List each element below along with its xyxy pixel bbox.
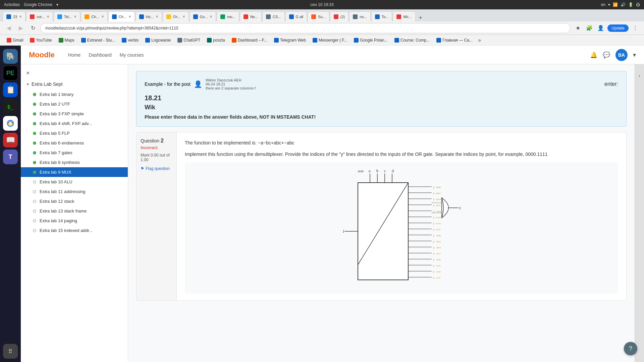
tab-close-1[interactable]: ✕ [19,15,22,18]
svg-point-2 [9,122,12,125]
dock-icon-apps[interactable]: ⠿ [3,344,18,359]
tab-15[interactable]: To... [371,11,392,21]
sidebar-item-extra-lab-8[interactable]: Extra lab 8 synthesis [21,158,128,167]
tab-active[interactable]: Ch... ✕ [108,11,135,21]
notification-bell-button[interactable]: 🔔 [590,51,597,59]
dock-icon-reader[interactable]: 📖 [3,133,18,147]
bookmark-label-verbis: verbis [128,38,139,43]
sidebar-item-extra-lab-7[interactable]: Extra lab 7 gates [21,148,128,158]
tab-10[interactable]: CS... [262,11,284,21]
bookmark-messenger[interactable]: Messenger | F... [310,37,350,44]
sidebar-item-extra-lab-2[interactable]: Extra lab 2 UTF [21,99,128,109]
bookmark-youtube[interactable]: YouTube [27,37,54,44]
tab-11[interactable]: G all [285,11,307,21]
sidebar-item-extra-lab-6[interactable]: Extra lab 6 endianness [21,138,128,148]
messages-button[interactable]: 💬 [603,51,610,59]
bookmark-glavnaya[interactable]: Главная — Са... [434,37,475,44]
bookmark-button[interactable]: ★ [573,23,583,33]
tab-1[interactable]: 23 ✕ [3,11,25,21]
tab-7[interactable]: Go... ✕ [190,11,216,21]
sidebar-item-extra-lab-3[interactable]: Extra lab 3 FXP simple [21,109,128,119]
question-2-container: Question 2 Incorrect Mark 0.00 out of 1.… [137,132,626,300]
tab-favicon-16 [396,14,401,19]
bookmark-poszta[interactable]: poszta [204,37,227,44]
dock-icon-terminal[interactable]: $_ [3,99,18,114]
dock-icon-pycharm[interactable]: PE [3,66,18,80]
sidebar-item-extra-lab-4[interactable]: Extra lab 4 shift, FXP adv... [21,119,128,128]
main-content: Example - for the post 👤 Wiktor Daszczuk… [128,64,635,362]
new-tab-button[interactable]: + [416,14,425,21]
right-toggle-button[interactable]: ‹ [637,71,642,80]
extensions-button[interactable]: 🧩 [585,23,594,33]
profile-button[interactable]: 👤 [596,23,605,33]
nav-dashboard[interactable]: Dashboard [89,52,112,58]
back-button[interactable]: ◀ [4,23,13,33]
tab-close-active[interactable]: ✕ [128,15,131,18]
tab-close-4[interactable]: ✕ [101,15,104,18]
bookmark-verbis[interactable]: verbis [119,37,141,44]
nav-home[interactable]: Home [68,52,80,58]
bookmark-course[interactable]: Course: Comp... [392,37,432,44]
sidebar-item-extra-lab-12[interactable]: Extra lab 12 stack [21,196,128,206]
sidebar-item-extra-lab-9[interactable]: Extra lab 9 MUX [21,167,128,177]
tab-13[interactable]: (2) [330,11,348,21]
tab-14[interactable]: no... [349,11,370,21]
tab-8[interactable]: mo... [217,11,239,21]
tab-6[interactable]: Oт... ✕ [163,11,189,21]
address-bar[interactable] [40,23,571,33]
tab-3[interactable]: Tel... ✕ [54,11,80,21]
flag-question-button[interactable]: ⚑ Flag question [141,166,172,171]
moodle-logo[interactable]: Moodle [29,51,55,59]
sidebar-item-extra-lab-5[interactable]: Extra lab 5 FLP [21,128,128,138]
bookmark-chatgpt[interactable]: ChatGPT [175,37,203,44]
tab-close-7[interactable]: ✕ [210,15,212,18]
tab-9[interactable]: Ne... [240,11,262,21]
app-dropdown-icon[interactable]: ▾ [56,2,58,7]
bookmark-maps[interactable]: Maps [56,37,77,44]
tab-close-3[interactable]: ✕ [74,15,76,18]
tab-close-5[interactable]: ✕ [156,15,158,18]
reload-button[interactable]: ↻ [28,23,38,33]
tab-2[interactable]: cor... ✕ [26,11,53,21]
nav-my-courses[interactable]: My courses [120,52,144,58]
tab-close-6[interactable]: ✕ [182,15,185,18]
dock-icon-chrome[interactable] [3,116,18,131]
svg-text:1111: 1111 [436,277,441,279]
sidebar-item-extra-lab-13[interactable]: Extra lab 13 stack frame [21,206,128,216]
sidebar-item-extra-lab-10[interactable]: Extra lab 10 ALU [21,177,128,187]
update-button[interactable]: Update [607,24,629,32]
tab-12[interactable]: Su... [308,11,329,21]
dock-icon-trello[interactable]: 📋 [3,82,18,97]
user-menu-chevron[interactable]: ▾ [633,51,636,59]
sidebar-item-extra-lab-14[interactable]: Extra lab 14 paging [21,216,128,226]
tab-5[interactable]: Ho... ✕ [136,11,162,21]
tab-close-2[interactable]: ✕ [47,15,49,18]
activities-label[interactable]: Activities [4,2,20,7]
tab-16[interactable]: Wc... [393,11,415,21]
user-avatar-button[interactable]: BA [615,49,628,61]
tab-favicon-14 [353,14,358,19]
right-panel-toggle[interactable]: ‹ [635,64,644,362]
bookmark-telegram[interactable]: Telegram Web [271,37,309,44]
sidebar-item-extra-lab-11[interactable]: Extra lab 11 addressing [21,187,128,196]
tab-4[interactable]: Ch... ✕ [81,11,107,21]
bookmark-gmail[interactable]: Gmail [4,37,26,44]
lang-dropdown-icon[interactable]: ▾ [608,2,610,7]
dock-icon-teams[interactable]: T [3,149,18,164]
help-button[interactable]: ? [624,342,637,355]
sidebar-item-extra-lab-1[interactable]: Extra lab 1 binary [21,89,128,99]
section-header-extra-lab-sept[interactable]: ▼ Extra Lab Sept [21,79,128,89]
bookmarks-more[interactable]: » [478,37,481,43]
forward-button[interactable]: ▶ [16,23,25,33]
sidebar-item-extra-lab-15[interactable]: Extra lab 15 indexed addr... [21,226,128,235]
svg-text:0111: 0111 [436,228,441,231]
bookmark-dashboard[interactable]: Dashboard – F... [229,37,270,44]
sidebar-close-button[interactable]: × [21,68,128,79]
menu-button[interactable]: ⋮ [631,23,640,33]
bookmark-google-poland[interactable]: Google Polan... [351,37,390,44]
bookmark-extranet[interactable]: Extranet - Stu... [78,37,118,44]
dock-icon-postgres[interactable]: 🐘 [3,49,18,64]
bookmark-logowanie[interactable]: Logowanie [143,37,173,44]
function-text: The function to be implemented is: ~a~bc… [185,139,618,146]
tab-favicon-5 [139,14,144,19]
